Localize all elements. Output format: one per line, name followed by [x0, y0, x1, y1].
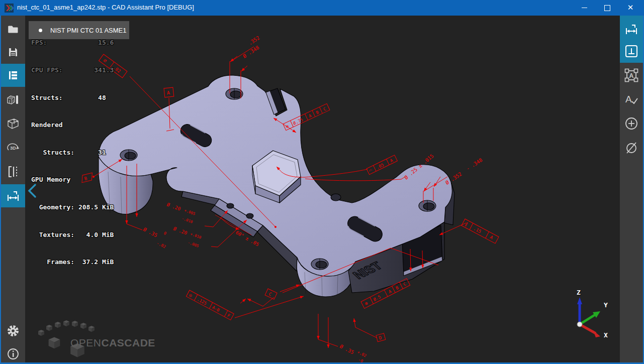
add-annotation-button[interactable]: [620, 112, 643, 135]
axis-z-label: Z: [577, 289, 581, 296]
svg-text:.05: .05: [376, 162, 385, 170]
svg-text:C: C: [402, 281, 407, 287]
diameter-dimension-button[interactable]: [620, 136, 643, 159]
tree-icon: [7, 69, 19, 81]
flatness-frame: ⌀ .02: [99, 54, 127, 78]
structure-tree-button[interactable]: [1, 64, 25, 87]
svg-text:3D: 3D: [10, 146, 16, 151]
svg-text:A: A: [625, 94, 632, 104]
save-button[interactable]: [1, 41, 25, 64]
wire-cube-icon: [7, 117, 20, 130]
svg-text:A: A: [388, 289, 392, 294]
folder-icon: [7, 23, 19, 35]
rotate-3d-button[interactable]: 3D: [1, 136, 25, 159]
svg-text:B: B: [315, 109, 320, 115]
perpendicular-icon: [624, 44, 638, 58]
svg-text:0: 0: [163, 231, 167, 236]
opencascade-watermark: OPENCASCADE: [38, 320, 155, 357]
hole-right: [419, 200, 436, 211]
svg-text:F: F: [226, 313, 231, 318]
profile-frame: ◠ .05 A: [366, 155, 397, 175]
gear-icon: [7, 324, 20, 337]
svg-text:⊕: ⊕: [363, 300, 369, 307]
svg-text:.352: .352: [247, 35, 260, 46]
svg-text:C: C: [322, 106, 327, 112]
hole-small-2: [246, 213, 253, 218]
label-frame-button[interactable]: A: [620, 64, 643, 87]
font-check-icon: A: [624, 92, 639, 106]
settings-button[interactable]: [1, 319, 25, 342]
wireframe-box-button[interactable]: [1, 112, 25, 135]
svg-text:+.005: +.005: [183, 208, 196, 216]
svg-text:+.010: +.010: [190, 231, 202, 239]
datum-flag-b: B: [80, 173, 94, 183]
svg-text:Ø .20: Ø .20: [172, 226, 188, 236]
svg-text:+.02: +.02: [356, 350, 367, 358]
measure-width-icon: [624, 23, 638, 36]
svg-text:-.010: -.010: [181, 216, 194, 224]
shaded-box-icon: [7, 93, 20, 105]
svg-text:-.02: -.02: [156, 241, 166, 250]
measure-width-icon: [6, 189, 20, 202]
parallelism-frame: ∥ .15 A: [462, 219, 499, 244]
svg-text:A: A: [489, 234, 494, 240]
svg-text:A: A: [629, 72, 634, 79]
axis-triad: Z Y X: [577, 289, 608, 339]
svg-text:A: A: [166, 90, 170, 96]
close-button[interactable]: ✕: [619, 0, 642, 16]
svg-text:◠: ◠: [369, 168, 374, 174]
maximize-button[interactable]: [596, 0, 619, 16]
open-file-button[interactable]: [1, 18, 25, 41]
info-icon: [7, 347, 20, 360]
svg-text:B: B: [395, 285, 399, 291]
hole-small-1: [227, 203, 234, 208]
clipping-planes-button[interactable]: [1, 160, 25, 183]
datum-flag-a: A: [164, 87, 174, 97]
svg-text:Ø .35: Ø .35: [339, 343, 355, 355]
text-style-check-button[interactable]: A: [620, 88, 643, 111]
hole-top: [226, 88, 243, 99]
model-part: NIST: [99, 75, 454, 297]
save-floppy-icon: [7, 46, 19, 58]
hole-left: [120, 150, 137, 161]
measurements-button[interactable]: [1, 184, 25, 207]
svg-text:∥: ∥: [464, 221, 469, 227]
svg-text:A: A: [308, 113, 312, 118]
window-titlebar[interactable]: nist_ctc_01_asme1_ap242.stp - CAD Assist…: [0, 0, 644, 16]
svg-text:OPENCASCADE: OPENCASCADE: [70, 337, 155, 348]
svg-text:- .348: - .348: [465, 157, 483, 172]
panel-collapse-chevron-icon[interactable]: [29, 185, 35, 197]
circle-plus-icon: [624, 116, 638, 131]
svg-text:D: D: [378, 335, 382, 340]
diameter-icon: [624, 141, 638, 155]
hole-bottom: [311, 259, 328, 270]
materials-view-button[interactable]: [1, 88, 25, 111]
length-dimension-button[interactable]: [620, 18, 643, 41]
left-toolbar: 3D: [0, 16, 25, 364]
svg-text:◎: ◎: [188, 293, 193, 299]
window-title: nist_ctc_01_asme1_ap242.stp - CAD Assist…: [17, 4, 194, 11]
viewport-3d[interactable]: NIST: [0, 0, 644, 364]
minimize-button[interactable]: [573, 0, 596, 16]
rotate-3d-icon: 3D: [7, 141, 20, 154]
svg-text:Ø .35: Ø .35: [142, 226, 158, 238]
svg-text:C: C: [268, 291, 272, 297]
runout-frame: ◎ .125 A-B F: [186, 290, 234, 320]
clipping-icon: [7, 165, 20, 178]
text-frame-icon: A: [624, 68, 639, 83]
svg-text:Ø .20: Ø .20: [166, 202, 181, 212]
svg-text:Ø .348: Ø .348: [242, 45, 260, 59]
hole-small-center: [331, 194, 341, 201]
axis-x-label: X: [604, 331, 608, 339]
svg-text:B: B: [84, 176, 88, 181]
svg-text:A: A: [389, 158, 394, 163]
svg-text:⌀: ⌀: [102, 58, 108, 64]
perpendicularity-datum-button[interactable]: [620, 40, 643, 63]
datum-flag-c: C: [265, 289, 277, 299]
right-toolbar: A A: [620, 16, 644, 364]
svg-text:-.005: -.005: [187, 240, 199, 248]
about-info-button[interactable]: [1, 342, 25, 364]
app-logo-icon: [5, 4, 14, 13]
datum-flag-d: D: [376, 333, 386, 342]
axis-y-label: Y: [604, 301, 608, 309]
